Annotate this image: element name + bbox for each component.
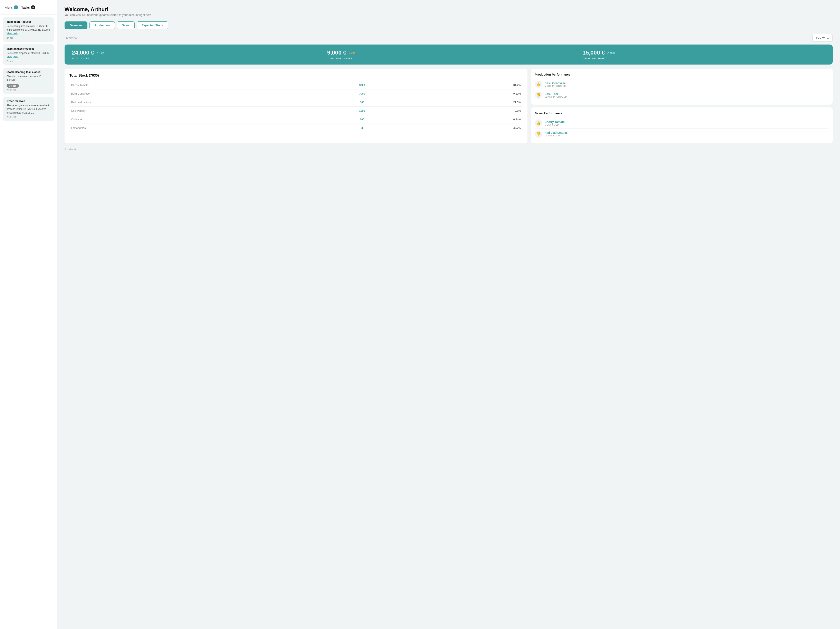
notification-body-2: Request to dispose of stock ID 123456. V…: [6, 51, 51, 58]
tab-sales[interactable]: Sales: [117, 21, 135, 29]
notification-time-2: 7h ago: [6, 60, 51, 62]
stock-name: Lemongrass: [69, 124, 314, 132]
stat-label-sales: TOTAL SALES: [72, 57, 315, 60]
perf-name: Red Leaf Lettuce: [545, 131, 568, 134]
main-tab-buttons: Overview Production Sales Expected Stock: [65, 21, 833, 29]
perf-sub: MOST SOLD: [545, 123, 565, 126]
stock-quantity: 1000: [314, 107, 410, 115]
arrow-up-icon: ↗: [96, 51, 98, 54]
page-title: Welcome, Arthur!: [65, 6, 833, 13]
notification-time-1: 2h ago: [6, 36, 51, 39]
stock-percent: 0.12%: [410, 90, 523, 98]
stock-quantity: 30: [314, 124, 410, 132]
sales-perf-item: 👍 Cherry Tomato MOST SOLD: [535, 118, 829, 129]
production-perf-item: 👎 Basil Thai LEAST PRODUCED: [535, 90, 829, 101]
production-perf-item: 👍 Basil Genovese MOST PRODUCED: [535, 79, 829, 90]
page-subtitle: You can view all important updates relat…: [65, 13, 833, 17]
main-content: Welcome, Arthur! You can view all import…: [57, 0, 840, 629]
stock-quantity: 500: [314, 98, 410, 107]
stock-quantity: 3000: [314, 90, 410, 98]
perf-name: Basil Thai: [545, 92, 567, 96]
notification-title-4: Order received: [6, 99, 51, 102]
perf-icon: 👍: [535, 81, 542, 88]
stats-banner: 24,000 € ↗ +3% TOTAL SALES 9,000 € ↘ 3% …: [65, 44, 833, 65]
notification-card-4: Order received Please assign a warehouse…: [3, 96, 54, 121]
stock-name: Coriander: [69, 115, 314, 124]
stat-value-profit: 15,000 € ↗ +5%: [583, 49, 825, 56]
alerts-label: Alerts: [5, 6, 13, 9]
sidebar-tab-alerts[interactable]: Alerts 2: [4, 4, 19, 11]
stock-name: Red Leaf Lettuce: [69, 98, 314, 107]
stock-table-row: Basil Genovese 3000 0.12%: [69, 90, 523, 98]
perf-info: Cherry Tomato MOST SOLD: [545, 120, 565, 126]
production-performance-card: Production Performance 👍 Basil Genovese …: [531, 69, 833, 104]
perf-name: Cherry Tomato: [545, 120, 565, 123]
perf-sub: MOST PRODUCED: [545, 85, 566, 87]
time-filter-dropdown[interactable]: TODAY ⌄: [812, 34, 833, 42]
stat-total-purchases: 9,000 € ↘ 3% TOTAL PURCHASES: [327, 49, 576, 60]
notification-list: Inspection Request Request required on s…: [0, 14, 57, 124]
tab-overview[interactable]: Overview: [65, 21, 87, 29]
view-task-link-1[interactable]: View task: [6, 32, 17, 35]
sales-performance-title: Sales Performance: [535, 112, 829, 115]
section-label: Overview: [65, 36, 77, 39]
stock-name: Basil Genovese: [69, 90, 314, 98]
stock-table-row: Lemongrass 30 46.7%: [69, 124, 523, 132]
production-section: Production: [65, 147, 833, 151]
notification-card-3: Stock cleaning task closed Cleaning comp…: [3, 68, 54, 94]
stock-name: Cherry Tomato: [69, 81, 314, 90]
stock-table-row: Red Leaf Lettuce 500 21.5%: [69, 98, 523, 107]
stat-change-sales: ↗ +3%: [96, 51, 104, 54]
stock-percent: 46.7%: [410, 124, 523, 132]
stat-change-purchases: ↘ 3%: [348, 51, 355, 54]
sales-perf-item: 👎 Red Leaf Lettuce LEAST SOLD: [535, 129, 829, 139]
stat-change-profit: ↗ +5%: [607, 51, 615, 54]
notification-time-3: 20.05.2021: [6, 89, 51, 91]
stock-table-row: Chili Pepper 1000 2.1%: [69, 107, 523, 115]
perf-info: Basil Genovese MOST PRODUCED: [545, 82, 566, 87]
notification-body-3: Cleaning completed on stock ID 452378.: [6, 74, 51, 82]
sales-performance-card: Sales Performance 👍 Cherry Tomato MOST S…: [531, 107, 833, 143]
tab-expected-stock[interactable]: Expected Stock: [137, 21, 168, 29]
stock-name: Chili Pepper: [69, 107, 314, 115]
stock-percent: 34.7%: [410, 81, 523, 90]
chevron-down-icon: ⌄: [826, 36, 829, 40]
stock-quantity: 100: [314, 115, 410, 124]
notification-card-2: Maintenance Request Request to dispose o…: [3, 44, 54, 65]
notification-body-1: Request required on stock ID 452411, to …: [6, 24, 51, 35]
stock-table: Cherry Tomato 3000 34.7% Basil Genovese …: [69, 81, 523, 132]
total-stock-card: Total Stock (7630) Cherry Tomato 3000 34…: [65, 69, 527, 143]
stock-table-row: Cherry Tomato 3000 34.7%: [69, 81, 523, 90]
notification-title-1: Inspection Request: [6, 20, 51, 23]
sidebar-tab-bar: Alerts 2 Tasks 8: [0, 4, 57, 14]
production-section-label: Production: [65, 147, 79, 151]
stat-label-purchases: TOTAL PURCHASES: [327, 57, 570, 60]
perf-sub: LEAST PRODUCED: [545, 96, 567, 98]
perf-info: Basil Thai LEAST PRODUCED: [545, 92, 567, 98]
stock-table-row: Coriander 100 0.64%: [69, 115, 523, 124]
bottom-row: Total Stock (7630) Cherry Tomato 3000 34…: [65, 69, 833, 143]
tasks-label: Tasks: [21, 6, 30, 9]
tasks-badge: 8: [31, 5, 35, 9]
perf-info: Red Leaf Lettuce LEAST SOLD: [545, 131, 568, 137]
notification-title-3: Stock cleaning task closed: [6, 71, 51, 74]
perf-sub: LEAST SOLD: [545, 134, 568, 137]
stock-percent: 0.64%: [410, 115, 523, 124]
production-performance-title: Production Performance: [535, 73, 829, 76]
view-task-link-2[interactable]: View task: [6, 55, 17, 58]
closed-badge: Closed: [6, 84, 19, 88]
stock-quantity: 3000: [314, 81, 410, 90]
tab-production[interactable]: Production: [90, 21, 115, 29]
sidebar-tab-tasks[interactable]: Tasks 8: [21, 4, 36, 11]
stat-value-purchases: 9,000 € ↘ 3%: [327, 49, 570, 56]
section-header: Overview TODAY ⌄: [65, 34, 833, 42]
stock-percent: 21.5%: [410, 98, 523, 107]
notification-body-4: Please assign a warehouse executive to p…: [6, 104, 51, 115]
stock-percent: 2.1%: [410, 107, 523, 115]
notification-time-4: 20.05.2021: [6, 116, 51, 118]
stat-total-net-profit: 15,000 € ↗ +5% TOTAL NET PROFIT: [583, 49, 825, 60]
stock-card-title: Total Stock (7630): [69, 74, 523, 77]
arrow-down-icon: ↘: [348, 51, 351, 54]
stat-label-profit: TOTAL NET PROFIT: [583, 57, 825, 60]
perf-icon: 👍: [535, 120, 542, 127]
